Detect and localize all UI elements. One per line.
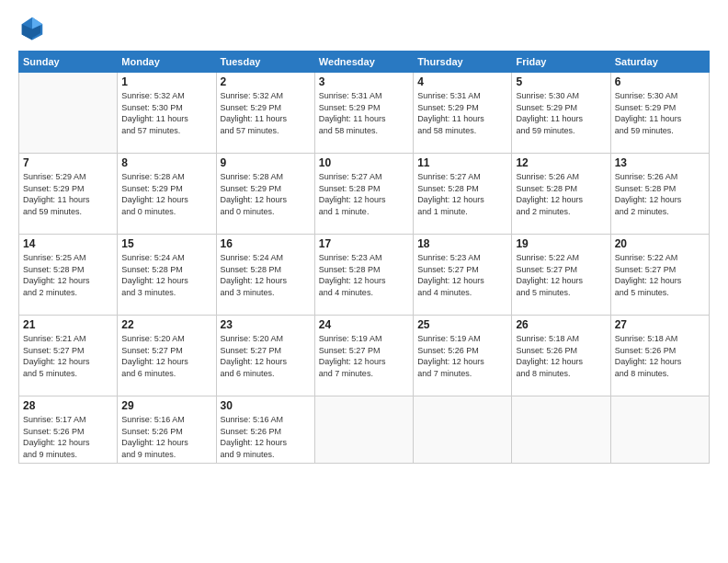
calendar-cell: 22Sunrise: 5:20 AMSunset: 5:27 PMDayligh…: [118, 316, 216, 396]
day-info: Sunrise: 5:32 AMSunset: 5:30 PMDaylight:…: [121, 90, 211, 136]
day-number: 22: [121, 318, 211, 331]
day-number: 25: [417, 318, 507, 331]
day-info: Sunrise: 5:28 AMSunset: 5:29 PMDaylight:…: [121, 171, 211, 217]
day-number: 7: [23, 156, 113, 169]
calendar-cell: 25Sunrise: 5:19 AMSunset: 5:26 PMDayligh…: [414, 316, 512, 396]
day-info: Sunrise: 5:30 AMSunset: 5:29 PMDaylight:…: [615, 90, 705, 136]
day-info: Sunrise: 5:32 AMSunset: 5:29 PMDaylight:…: [221, 90, 311, 136]
calendar-cell: 30Sunrise: 5:16 AMSunset: 5:26 PMDayligh…: [216, 396, 314, 464]
calendar-cell: 5Sunrise: 5:30 AMSunset: 5:29 PMDaylight…: [512, 73, 610, 154]
day-info: Sunrise: 5:31 AMSunset: 5:29 PMDaylight:…: [417, 90, 507, 136]
calendar-cell: 26Sunrise: 5:18 AMSunset: 5:26 PMDayligh…: [512, 316, 610, 396]
day-number: 2: [221, 75, 311, 88]
day-info: Sunrise: 5:29 AMSunset: 5:29 PMDaylight:…: [23, 171, 113, 217]
day-header-monday: Monday: [118, 52, 216, 73]
calendar-cell: 27Sunrise: 5:18 AMSunset: 5:26 PMDayligh…: [610, 316, 709, 396]
day-info: Sunrise: 5:30 AMSunset: 5:29 PMDaylight:…: [516, 90, 606, 136]
day-number: 3: [319, 75, 409, 88]
day-header-thursday: Thursday: [414, 52, 512, 73]
day-number: 27: [615, 318, 705, 331]
calendar-cell: 2Sunrise: 5:32 AMSunset: 5:29 PMDaylight…: [216, 73, 314, 154]
day-number: 10: [319, 156, 409, 169]
day-info: Sunrise: 5:24 AMSunset: 5:28 PMDaylight:…: [221, 252, 311, 298]
calendar-cell: [512, 396, 610, 464]
day-info: Sunrise: 5:20 AMSunset: 5:27 PMDaylight:…: [221, 333, 311, 379]
day-number: 17: [319, 237, 409, 250]
day-info: Sunrise: 5:27 AMSunset: 5:28 PMDaylight:…: [319, 171, 409, 217]
calendar-cell: 24Sunrise: 5:19 AMSunset: 5:27 PMDayligh…: [314, 316, 413, 396]
calendar-cell: 15Sunrise: 5:24 AMSunset: 5:28 PMDayligh…: [118, 235, 216, 316]
logo-icon: [18, 14, 46, 41]
day-number: 13: [615, 156, 705, 169]
day-number: 15: [121, 237, 211, 250]
day-number: 20: [615, 237, 705, 250]
calendar-table: SundayMondayTuesdayWednesdayThursdayFrid…: [18, 51, 710, 464]
calendar-cell: 13Sunrise: 5:26 AMSunset: 5:28 PMDayligh…: [610, 154, 709, 235]
calendar-cell: 28Sunrise: 5:17 AMSunset: 5:26 PMDayligh…: [19, 396, 118, 464]
day-info: Sunrise: 5:22 AMSunset: 5:27 PMDaylight:…: [615, 252, 705, 298]
day-info: Sunrise: 5:25 AMSunset: 5:28 PMDaylight:…: [23, 252, 113, 298]
day-info: Sunrise: 5:24 AMSunset: 5:28 PMDaylight:…: [121, 252, 211, 298]
day-info: Sunrise: 5:28 AMSunset: 5:29 PMDaylight:…: [221, 171, 311, 217]
day-number: 16: [221, 237, 311, 250]
calendar-cell: 7Sunrise: 5:29 AMSunset: 5:29 PMDaylight…: [19, 154, 118, 235]
day-info: Sunrise: 5:19 AMSunset: 5:27 PMDaylight:…: [319, 333, 409, 379]
day-number: 29: [121, 399, 211, 412]
calendar-cell: 12Sunrise: 5:26 AMSunset: 5:28 PMDayligh…: [512, 154, 610, 235]
day-number: 9: [221, 156, 311, 169]
day-info: Sunrise: 5:20 AMSunset: 5:27 PMDaylight:…: [121, 333, 211, 379]
calendar-cell: 9Sunrise: 5:28 AMSunset: 5:29 PMDaylight…: [216, 154, 314, 235]
calendar-cell: [414, 396, 512, 464]
calendar-cell: 11Sunrise: 5:27 AMSunset: 5:28 PMDayligh…: [414, 154, 512, 235]
day-number: 28: [23, 399, 113, 412]
day-number: 24: [319, 318, 409, 331]
calendar-cell: 3Sunrise: 5:31 AMSunset: 5:29 PMDaylight…: [314, 73, 413, 154]
calendar-cell: 4Sunrise: 5:31 AMSunset: 5:29 PMDaylight…: [414, 73, 512, 154]
day-number: 6: [615, 75, 705, 88]
day-info: Sunrise: 5:23 AMSunset: 5:27 PMDaylight:…: [417, 252, 507, 298]
day-info: Sunrise: 5:26 AMSunset: 5:28 PMDaylight:…: [516, 171, 606, 217]
calendar-cell: 10Sunrise: 5:27 AMSunset: 5:28 PMDayligh…: [314, 154, 413, 235]
day-number: 4: [417, 75, 507, 88]
calendar-cell: 19Sunrise: 5:22 AMSunset: 5:27 PMDayligh…: [512, 235, 610, 316]
day-info: Sunrise: 5:27 AMSunset: 5:28 PMDaylight:…: [417, 171, 507, 217]
day-number: 12: [516, 156, 606, 169]
calendar-cell: 1Sunrise: 5:32 AMSunset: 5:30 PMDaylight…: [118, 73, 216, 154]
day-number: 30: [221, 399, 311, 412]
day-number: 18: [417, 237, 507, 250]
calendar-cell: [314, 396, 413, 464]
day-header-wednesday: Wednesday: [314, 52, 413, 73]
day-header-friday: Friday: [512, 52, 610, 73]
day-number: 14: [23, 237, 113, 250]
calendar-cell: 29Sunrise: 5:16 AMSunset: 5:26 PMDayligh…: [118, 396, 216, 464]
day-info: Sunrise: 5:18 AMSunset: 5:26 PMDaylight:…: [615, 333, 705, 379]
day-info: Sunrise: 5:23 AMSunset: 5:28 PMDaylight:…: [319, 252, 409, 298]
day-header-tuesday: Tuesday: [216, 52, 314, 73]
day-header-saturday: Saturday: [610, 52, 709, 73]
calendar-cell: 6Sunrise: 5:30 AMSunset: 5:29 PMDaylight…: [610, 73, 709, 154]
calendar-cell: 21Sunrise: 5:21 AMSunset: 5:27 PMDayligh…: [19, 316, 118, 396]
day-info: Sunrise: 5:31 AMSunset: 5:29 PMDaylight:…: [319, 90, 409, 136]
calendar-cell: 18Sunrise: 5:23 AMSunset: 5:27 PMDayligh…: [414, 235, 512, 316]
day-number: 23: [221, 318, 311, 331]
day-info: Sunrise: 5:21 AMSunset: 5:27 PMDaylight:…: [23, 333, 113, 379]
day-number: 5: [516, 75, 606, 88]
calendar-cell: [610, 396, 709, 464]
logo: [18, 14, 50, 41]
day-info: Sunrise: 5:16 AMSunset: 5:26 PMDaylight:…: [221, 414, 311, 460]
day-number: 11: [417, 156, 507, 169]
day-info: Sunrise: 5:19 AMSunset: 5:26 PMDaylight:…: [417, 333, 507, 379]
day-number: 1: [121, 75, 211, 88]
day-number: 26: [516, 318, 606, 331]
day-number: 21: [23, 318, 113, 331]
calendar-cell: [19, 73, 118, 154]
calendar-cell: 14Sunrise: 5:25 AMSunset: 5:28 PMDayligh…: [19, 235, 118, 316]
day-number: 8: [121, 156, 211, 169]
calendar-cell: 16Sunrise: 5:24 AMSunset: 5:28 PMDayligh…: [216, 235, 314, 316]
calendar-cell: 8Sunrise: 5:28 AMSunset: 5:29 PMDaylight…: [118, 154, 216, 235]
day-info: Sunrise: 5:26 AMSunset: 5:28 PMDaylight:…: [615, 171, 705, 217]
day-number: 19: [516, 237, 606, 250]
calendar-cell: 17Sunrise: 5:23 AMSunset: 5:28 PMDayligh…: [314, 235, 413, 316]
day-info: Sunrise: 5:22 AMSunset: 5:27 PMDaylight:…: [516, 252, 606, 298]
calendar-cell: 20Sunrise: 5:22 AMSunset: 5:27 PMDayligh…: [610, 235, 709, 316]
